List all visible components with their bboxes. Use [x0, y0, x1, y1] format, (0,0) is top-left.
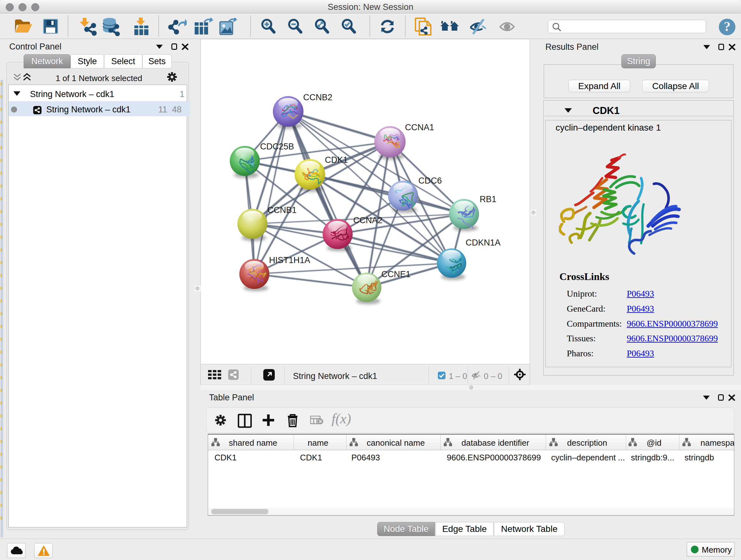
svg-text:?: ?	[724, 19, 731, 34]
svg-text:CDK1: CDK1	[325, 155, 348, 165]
svg-text:RB1: RB1	[480, 194, 496, 204]
svg-text:CCNB2: CCNB2	[303, 92, 333, 102]
svg-text:CCNA1: CCNA1	[405, 123, 434, 132]
svg-text:CDC6: CDC6	[418, 176, 442, 186]
svg-text:CCNB1: CCNB1	[267, 205, 297, 215]
svg-text:CCNA2: CCNA2	[353, 215, 383, 225]
svg-text:CCNE1: CCNE1	[381, 269, 411, 279]
svg-text:CDKN1A: CDKN1A	[466, 238, 501, 247]
svg-text:HIST1H1A: HIST1H1A	[269, 255, 310, 265]
svg-text:CDC25B: CDC25B	[260, 142, 294, 151]
